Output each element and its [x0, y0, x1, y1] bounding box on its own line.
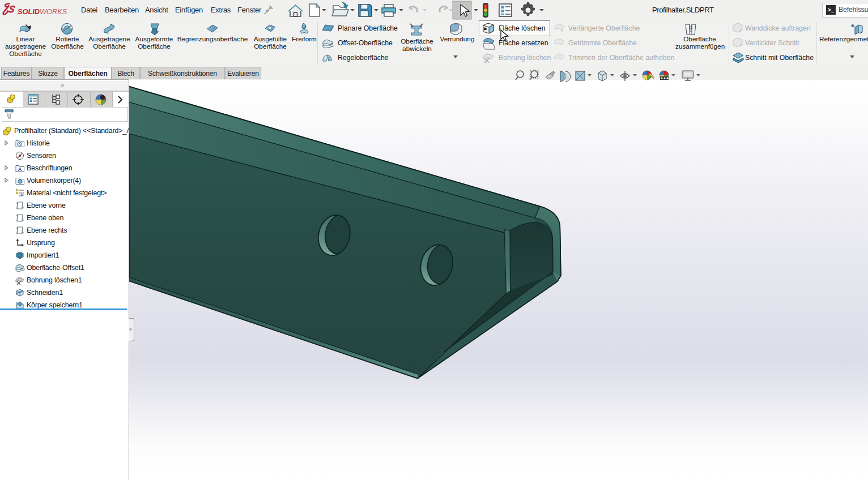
svg-text:Schneiden1: Schneiden1: [27, 289, 63, 297]
svg-text:Material <nicht festgelegt>: Material <nicht festgelegt>: [27, 189, 107, 197]
svg-text:Ursprung: Ursprung: [27, 239, 55, 247]
svg-text:Volumenkörper(4): Volumenkörper(4): [27, 177, 81, 185]
svg-text:Historie: Historie: [27, 139, 50, 147]
svg-text:Importiert1: Importiert1: [27, 251, 59, 259]
svg-text:Ebene rechts: Ebene rechts: [27, 226, 67, 234]
svg-text:Bohrung löschen1: Bohrung löschen1: [27, 276, 82, 284]
svg-text:SOLID: SOLID: [18, 7, 40, 16]
svg-text:Ebene oben: Ebene oben: [27, 214, 64, 222]
svg-text:Oberfläche-Offset1: Oberfläche-Offset1: [27, 264, 84, 272]
svg-text:A: A: [18, 166, 22, 172]
svg-text:Sensoren: Sensoren: [27, 152, 56, 160]
svg-text:Ebene vorne: Ebene vorne: [27, 202, 66, 209]
svg-text:WORKS: WORKS: [40, 7, 67, 16]
svg-text:Beschriftungen: Beschriftungen: [27, 164, 73, 172]
svg-text:Körper speichern1: Körper speichern1: [27, 301, 83, 309]
svg-text:Profilhalter (Standard) <<Stan: Profilhalter (Standard) <<Standard>_A: [14, 127, 129, 135]
